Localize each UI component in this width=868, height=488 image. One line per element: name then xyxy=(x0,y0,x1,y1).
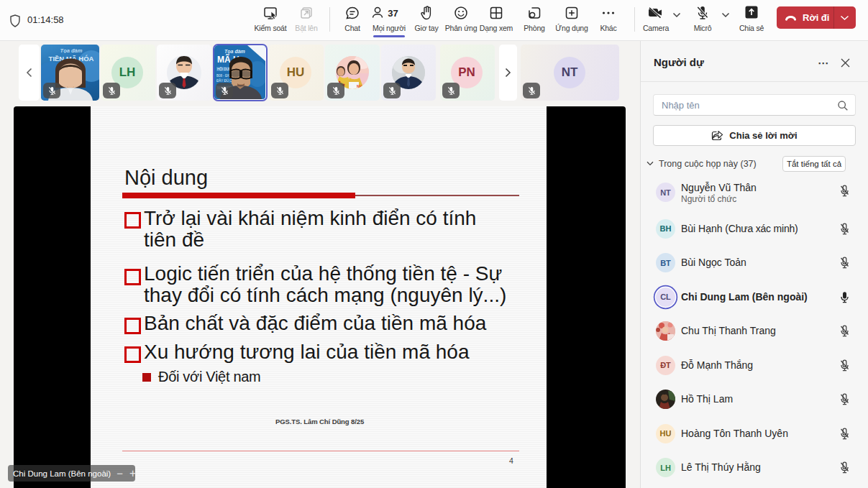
svg-text:Tọa đàm: Tọa đàm xyxy=(60,47,83,54)
svg-text:B08 - EK0: B08 - EK0 xyxy=(216,74,232,78)
svg-text:Tọa đàm: Tọa đàm xyxy=(224,49,245,54)
svg-text:NV: NV xyxy=(357,84,362,88)
